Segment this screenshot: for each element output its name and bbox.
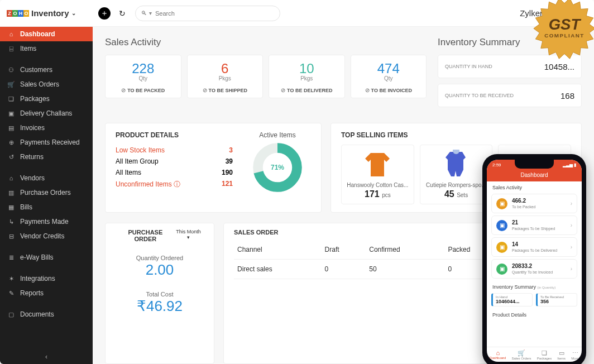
top-selling-item[interactable]: Cutiepie Rompers-spo... 45 Sets — [420, 145, 493, 204]
inventory-summary-row: QUANTITY TO BE RECEIVED168 — [438, 84, 582, 107]
purchase-order-panel: PURCHASE ORDER This Month ▾ Quantity Ord… — [105, 223, 214, 364]
sidebar-icon: ✶ — [7, 275, 16, 282]
sidebar: ⌂Dashboard⌸Items⚇Customers🛒Sales Orders❏… — [0, 27, 93, 364]
sidebar-item-purchase-orders[interactable]: ▥Purchase Orders — [0, 185, 93, 200]
sidebar-icon: ▢ — [7, 311, 16, 318]
sidebar-item-payments-made[interactable]: ↳Payments Made — [0, 214, 93, 229]
purchase-order-metric: Total Cost₹46.92 — [116, 291, 204, 315]
app-logo[interactable]: ZOHO Inventory ⌄ — [0, 0, 93, 26]
phone-tab[interactable]: ❏Packages — [537, 349, 552, 360]
sidebar-item-sales-orders[interactable]: 🛒Sales Orders — [0, 77, 93, 92]
chevron-down-icon[interactable]: ▾ — [149, 10, 152, 16]
purchase-order-title: PURCHASE ORDER — [117, 229, 174, 242]
sidebar-item-customers[interactable]: ⚇Customers — [0, 63, 93, 77]
sidebar-icon: ↺ — [7, 154, 16, 161]
sidebar-item-vendor-credits[interactable]: ⊟Vendor Credits — [0, 229, 93, 243]
sidebar-item-dashboard[interactable]: ⌂Dashboard — [0, 27, 93, 41]
phone-activity-card[interactable]: ▣ 466.2To be Packed › — [491, 194, 577, 213]
add-button[interactable]: ＋ — [98, 7, 111, 20]
phone-tab[interactable]: ⋯More — [571, 349, 579, 360]
phone-activity-card[interactable]: ▣ 20833.2Quantity To be Invoiced › — [491, 259, 577, 279]
product-details-title: PRODUCT DETAILS — [116, 131, 233, 139]
phone-inventory-summary-title: Inventory Summary (in Quantity) — [487, 281, 582, 291]
phone-inventory-cell: In Hand1046044... — [491, 293, 533, 306]
sidebar-icon: ▦ — [7, 204, 16, 211]
sales-activity-title: Sales Activity — [105, 37, 427, 48]
sidebar-item-returns[interactable]: ↺Returns — [0, 150, 93, 164]
sales-activity-card[interactable]: 10 Pkgs TO BE DELIVERED — [269, 55, 345, 98]
sidebar-icon: ⌂ — [7, 31, 16, 37]
sidebar-icon: ▣ — [7, 110, 16, 117]
sidebar-collapse-button[interactable]: ‹ — [0, 349, 93, 364]
sidebar-item-reports[interactable]: ✎Reports — [0, 286, 93, 300]
sidebar-item-bills[interactable]: ▦Bills — [0, 200, 93, 214]
sidebar-item-documents[interactable]: ▢Documents — [0, 307, 93, 322]
top-selling-item[interactable]: Hanswooly Cotton Cas... 171 pcs — [341, 145, 414, 204]
purchase-order-filter[interactable]: This Month ▾ — [174, 229, 203, 242]
sidebar-icon: ⌸ — [7, 45, 16, 52]
sidebar-icon: ≣ — [7, 254, 16, 261]
sidebar-item-invoices[interactable]: ▤Invoices — [0, 121, 93, 135]
chevron-down-icon: ⌄ — [71, 10, 76, 16]
active-items-label: Active Items — [244, 131, 311, 139]
search-input-wrap[interactable]: 🔍︎ ▾ — [135, 6, 280, 21]
gst-small-text: COMPLIANT — [544, 32, 585, 39]
sidebar-icon: ⊟ — [7, 233, 16, 240]
sidebar-icon: ⊕ — [7, 139, 16, 146]
zoho-logo: ZOHO — [7, 10, 29, 17]
sidebar-icon: ⚇ — [7, 66, 16, 74]
phone-header: Dashboard — [487, 170, 582, 181]
search-input[interactable] — [155, 10, 274, 17]
chevron-right-icon: › — [571, 244, 572, 250]
phone-product-details-title: Product Details — [487, 309, 582, 319]
sales-activity-card[interactable]: 6 Pkgs TO BE SHIPPED — [187, 55, 264, 98]
sales-activity-card[interactable]: 228 Qty TO BE PACKED — [105, 55, 181, 98]
app-header: ZOHO Inventory ⌄ ＋ ↻ 🔍︎ ▾ Zylker ⌄ 🔔︎ ⚙ — [0, 0, 594, 27]
sidebar-icon: ⌂ — [7, 175, 16, 181]
sidebar-item-packages[interactable]: ❏Packages — [0, 92, 93, 106]
product-details-row[interactable]: Low Stock Items3 — [116, 145, 233, 156]
phone-tab[interactable]: ▭Items — [557, 349, 566, 360]
history-icon[interactable]: ↻ — [116, 7, 128, 20]
gst-compliant-badge: GST COMPLIANT — [531, 0, 594, 61]
active-items-donut: 71% — [252, 142, 303, 193]
product-details-row[interactable]: All Items190 — [116, 167, 233, 178]
phone-tab[interactable]: ⌂Dashboard — [490, 349, 506, 360]
phone-sales-activity-title: Sales Activity — [487, 181, 582, 191]
sidebar-icon: ✎ — [7, 290, 16, 297]
sidebar-item-e-way-bills[interactable]: ≣e-Way Bills — [0, 250, 93, 265]
sidebar-icon: ▥ — [7, 189, 16, 197]
chevron-right-icon: › — [571, 200, 572, 207]
product-details-row[interactable]: Unconfirmed Items ⓘ121 — [116, 178, 233, 191]
phone-inventory-cell: To Be Received356 — [536, 293, 577, 306]
product-details-panel: PRODUCT DETAILS Low Stock Items3All Item… — [105, 123, 322, 213]
phone-tab-bar: ⌂Dashboard🛒Sales Orders❏Packages▭Items⋯M… — [487, 347, 582, 362]
sidebar-item-items[interactable]: ⌸Items — [0, 41, 93, 56]
sidebar-item-delivery-challans[interactable]: ▣Delivery Challans — [0, 106, 93, 121]
phone-mockup: 2:59▂▃▅ ▮ Dashboard Sales Activity ▣ 466… — [482, 154, 586, 364]
sidebar-item-vendors[interactable]: ⌂Vendors — [0, 171, 93, 185]
sidebar-item-payments-received[interactable]: ⊕Payments Received — [0, 135, 93, 150]
app-name: Inventory — [31, 8, 69, 18]
sidebar-icon: 🛒 — [7, 81, 16, 88]
sidebar-item-integrations[interactable]: ✶Integrations — [0, 271, 93, 286]
phone-activity-card[interactable]: ▣ 14Packages To be Delivered › — [491, 237, 577, 257]
search-icon: 🔍︎ — [141, 10, 147, 16]
sidebar-icon: ❏ — [7, 95, 16, 103]
purchase-order-metric: Quantity Ordered2.00 — [116, 255, 204, 279]
phone-activity-card[interactable]: ▣ 21Packages To be Shipped › — [491, 215, 577, 235]
chevron-right-icon: › — [571, 266, 572, 272]
gst-big-text: GST — [549, 16, 582, 33]
sidebar-icon: ↳ — [7, 218, 16, 226]
phone-tab[interactable]: 🛒Sales Orders — [512, 349, 531, 360]
chevron-right-icon: › — [571, 222, 572, 228]
sidebar-icon: ▤ — [7, 124, 16, 132]
sales-activity-card[interactable]: 474 Qty TO BE INVOICED — [351, 55, 427, 98]
top-selling-title: TOP SELLING ITEMS — [341, 131, 571, 139]
product-details-row[interactable]: All Item Group39 — [116, 156, 233, 167]
